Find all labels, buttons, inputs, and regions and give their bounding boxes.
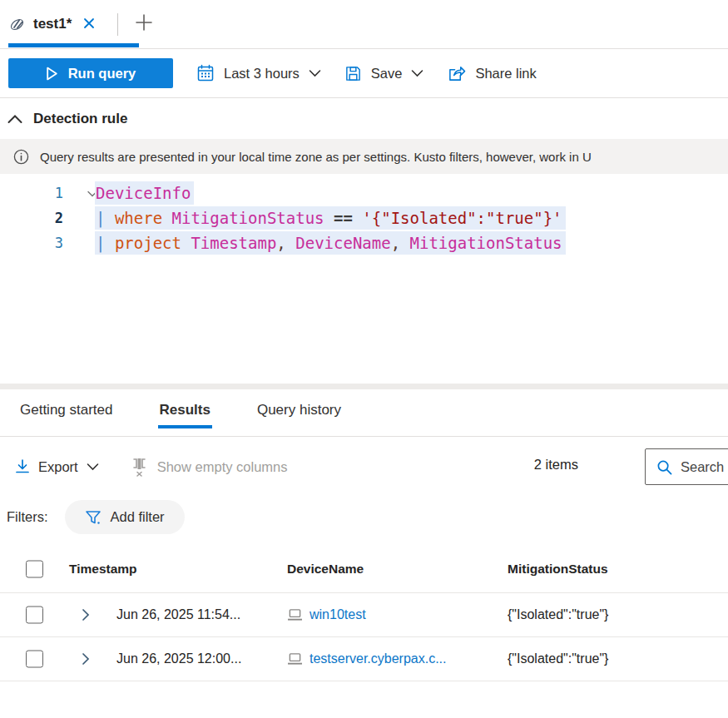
- laptop-icon: [287, 652, 303, 666]
- table-row[interactable]: Jun 26, 2025 11:54... win10test {"Isolat…: [0, 592, 728, 636]
- expand-row-icon[interactable]: [82, 608, 90, 621]
- add-filter-label: Add filter: [111, 509, 165, 525]
- tab-divider: [117, 13, 118, 36]
- column-header-devicename[interactable]: DeviceName: [287, 562, 364, 577]
- show-empty-columns-label: Show empty columns: [157, 459, 288, 475]
- share-link-button[interactable]: Share link: [447, 65, 536, 82]
- code-text: | where MitigationStatus == '{"Isolated"…: [95, 206, 566, 230]
- run-query-button[interactable]: Run query: [8, 58, 173, 88]
- search-box[interactable]: [645, 448, 728, 485]
- results-table: Timestamp DeviceName MitigationStatus Ju…: [0, 546, 728, 681]
- share-icon: [447, 65, 466, 82]
- tab-getting-started[interactable]: Getting started: [18, 389, 115, 436]
- query-tab-bar: test1*: [0, 0, 728, 49]
- chevron-down-icon[interactable]: [411, 69, 423, 77]
- advanced-hunting-page: test1* Run query: [0, 0, 728, 718]
- code-line: 2 | where MitigationStatus == '{"Isolate…: [0, 205, 728, 230]
- line-number: 1: [0, 185, 63, 201]
- search-input[interactable]: [681, 459, 728, 475]
- laptop-icon: [287, 608, 303, 621]
- time-range-label: Last 3 hours: [224, 66, 300, 82]
- detection-rule-label: Detection rule: [33, 111, 127, 127]
- timestamp-cell: Jun 26, 2025 11:54...: [116, 607, 240, 622]
- row-checkbox[interactable]: [26, 651, 43, 668]
- query-icon: [8, 16, 26, 33]
- time-range-selector[interactable]: Last 3 hours: [196, 64, 321, 82]
- mitigationstatus-cell: {"Isolated":"true"}: [508, 651, 608, 666]
- add-filter-button[interactable]: Add filter: [65, 500, 185, 534]
- code-line: 1 DeviceInfo: [0, 181, 728, 205]
- table-row[interactable]: Jun 26, 2025 12:00... testserver.cyberpa…: [0, 636, 728, 681]
- query-tab-title: test1*: [33, 16, 72, 32]
- device-link[interactable]: win10test: [310, 607, 366, 622]
- detection-rule-header[interactable]: Detection rule: [0, 98, 728, 139]
- fold-chevron-icon[interactable]: [63, 175, 95, 212]
- chevron-up-icon: [7, 115, 22, 124]
- tab-results[interactable]: Results: [158, 389, 212, 436]
- filter-funnel-icon: [85, 509, 102, 526]
- info-banner: Query results are presented in your loca…: [0, 139, 728, 174]
- active-tab-underline: [8, 43, 139, 47]
- play-icon: [46, 67, 58, 81]
- chevron-down-icon: [309, 69, 321, 77]
- filters-row: Filters: Add filter: [0, 497, 728, 546]
- command-toolbar: Run query Last 3 hours: [0, 49, 728, 98]
- tab-query-history[interactable]: Query history: [255, 389, 343, 436]
- items-count: 2 items: [534, 457, 578, 473]
- filters-label: Filters:: [7, 509, 48, 525]
- select-all-checkbox[interactable]: [26, 561, 43, 578]
- query-tab[interactable]: test1*: [8, 0, 109, 48]
- results-toolbar: Export Show empty columns 2 items: [0, 437, 728, 497]
- run-query-label: Run query: [68, 66, 136, 82]
- banner-message: Query results are presented in your loca…: [40, 150, 592, 164]
- save-button[interactable]: Save: [344, 65, 424, 82]
- code-text: | project Timestamp, DeviceName, Mitigat…: [95, 231, 566, 255]
- new-tab-button[interactable]: [131, 12, 156, 36]
- info-icon: [13, 149, 29, 165]
- mitigationstatus-cell: {"Isolated":"true"}: [508, 607, 608, 622]
- code-text: DeviceInfo: [95, 181, 194, 205]
- export-label: Export: [38, 459, 78, 475]
- show-empty-columns-button: Show empty columns: [131, 458, 288, 477]
- query-editor[interactable]: 1 DeviceInfo 2 | where MitigationStatus …: [0, 174, 728, 384]
- download-icon: [15, 459, 30, 475]
- devicename-cell: testserver.cyberpax.c...: [287, 651, 447, 666]
- chevron-down-icon[interactable]: [87, 463, 99, 471]
- row-checkbox[interactable]: [26, 607, 43, 624]
- export-button[interactable]: Export: [15, 459, 99, 475]
- column-header-timestamp[interactable]: Timestamp: [69, 562, 137, 577]
- results-tab-bar: Getting started Results Query history: [0, 389, 728, 437]
- column-icon: [131, 458, 148, 477]
- calendar-icon: [196, 64, 215, 82]
- devicename-cell: win10test: [287, 607, 366, 622]
- share-link-label: Share link: [475, 66, 536, 82]
- timestamp-cell: Jun 26, 2025 12:00...: [116, 651, 241, 666]
- line-number: 2: [0, 210, 63, 226]
- table-header-row: Timestamp DeviceName MitigationStatus: [0, 546, 728, 592]
- line-number: 3: [0, 235, 63, 251]
- code-line: 3 | project Timestamp, DeviceName, Mitig…: [0, 230, 728, 255]
- device-link[interactable]: testserver.cyberpax.c...: [310, 651, 447, 666]
- table-bottom-divider: [0, 681, 728, 681]
- close-tab-icon[interactable]: [79, 15, 99, 34]
- editor-scrollbar-track[interactable]: [0, 384, 728, 389]
- save-label: Save: [371, 66, 403, 82]
- expand-row-icon[interactable]: [82, 652, 90, 666]
- save-icon: [344, 65, 362, 82]
- search-icon: [656, 459, 672, 475]
- column-header-mitigationstatus[interactable]: MitigationStatus: [508, 562, 608, 577]
